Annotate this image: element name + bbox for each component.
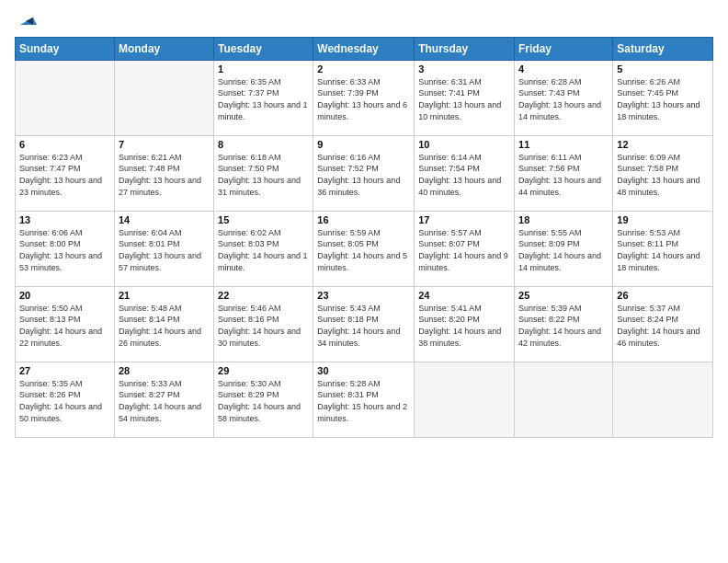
day-info: Sunrise: 5:43 AM Sunset: 8:18 PM Dayligh… [317,303,410,349]
day-info: Sunrise: 5:30 AM Sunset: 8:29 PM Dayligh… [218,378,309,424]
day-cell: 27Sunrise: 5:35 AM Sunset: 8:26 PM Dayli… [16,362,115,437]
day-number: 22 [218,290,309,301]
day-info: Sunrise: 6:18 AM Sunset: 7:50 PM Dayligh… [218,152,309,198]
day-info: Sunrise: 5:50 AM Sunset: 8:13 PM Dayligh… [19,303,110,349]
day-info: Sunrise: 6:23 AM Sunset: 7:47 PM Dayligh… [19,152,110,198]
logo-icon [17,8,37,29]
day-info: Sunrise: 6:26 AM Sunset: 7:45 PM Dayligh… [617,76,709,122]
day-info: Sunrise: 6:04 AM Sunset: 8:01 PM Dayligh… [119,227,210,273]
day-cell: 10Sunrise: 6:14 AM Sunset: 7:54 PM Dayli… [415,135,515,211]
day-cell: 20Sunrise: 5:50 AM Sunset: 8:13 PM Dayli… [16,286,115,362]
day-number: 24 [418,290,510,301]
day-number: 21 [119,290,210,301]
day-number: 12 [617,139,709,150]
day-info: Sunrise: 6:28 AM Sunset: 7:43 PM Dayligh… [518,76,609,122]
day-info: Sunrise: 5:48 AM Sunset: 8:14 PM Dayligh… [119,303,210,349]
page: SundayMondayTuesdayWednesdayThursdayFrid… [0,0,728,563]
col-header-monday: Monday [114,37,213,60]
day-cell: 23Sunrise: 5:43 AM Sunset: 8:18 PM Dayli… [313,286,415,362]
day-number: 15 [218,214,309,225]
day-cell: 29Sunrise: 5:30 AM Sunset: 8:29 PM Dayli… [214,362,313,437]
day-info: Sunrise: 6:31 AM Sunset: 7:41 PM Dayligh… [418,76,510,122]
day-number: 26 [617,290,709,301]
logo [15,11,37,29]
day-info: Sunrise: 6:16 AM Sunset: 7:52 PM Dayligh… [317,152,410,198]
day-cell: 6Sunrise: 6:23 AM Sunset: 7:47 PM Daylig… [16,135,115,211]
day-cell: 13Sunrise: 6:06 AM Sunset: 8:00 PM Dayli… [16,211,115,286]
day-number: 29 [218,365,309,376]
day-cell: 16Sunrise: 5:59 AM Sunset: 8:05 PM Dayli… [313,211,415,286]
day-cell [515,362,613,437]
day-info: Sunrise: 5:41 AM Sunset: 8:20 PM Dayligh… [418,303,510,349]
day-info: Sunrise: 6:21 AM Sunset: 7:48 PM Dayligh… [119,152,210,198]
col-header-sunday: Sunday [16,37,115,60]
calendar-header-row: SundayMondayTuesdayWednesdayThursdayFrid… [16,37,713,60]
day-info: Sunrise: 6:06 AM Sunset: 8:00 PM Dayligh… [19,227,110,273]
day-number: 9 [317,139,410,150]
day-number: 2 [317,63,410,75]
day-cell: 5Sunrise: 6:26 AM Sunset: 7:45 PM Daylig… [613,60,713,135]
week-row-4: 20Sunrise: 5:50 AM Sunset: 8:13 PM Dayli… [16,286,713,362]
day-number: 16 [317,214,410,225]
week-row-2: 6Sunrise: 6:23 AM Sunset: 7:47 PM Daylig… [16,135,713,211]
day-cell: 2Sunrise: 6:33 AM Sunset: 7:39 PM Daylig… [313,60,415,135]
day-number: 28 [119,365,210,376]
day-info: Sunrise: 6:14 AM Sunset: 7:54 PM Dayligh… [418,152,510,198]
week-row-1: 1Sunrise: 6:35 AM Sunset: 7:37 PM Daylig… [16,60,713,135]
day-cell: 26Sunrise: 5:37 AM Sunset: 8:24 PM Dayli… [613,286,713,362]
day-cell [16,60,115,135]
day-cell: 28Sunrise: 5:33 AM Sunset: 8:27 PM Dayli… [114,362,213,437]
day-cell: 15Sunrise: 6:02 AM Sunset: 8:03 PM Dayli… [214,211,313,286]
day-cell: 4Sunrise: 6:28 AM Sunset: 7:43 PM Daylig… [515,60,613,135]
day-number: 30 [317,365,410,376]
col-header-tuesday: Tuesday [214,37,313,60]
day-number: 5 [617,63,709,75]
day-number: 20 [19,290,110,301]
day-number: 10 [418,139,510,150]
day-info: Sunrise: 5:37 AM Sunset: 8:24 PM Dayligh… [617,303,709,349]
day-number: 14 [119,214,210,225]
day-number: 19 [617,214,709,225]
col-header-friday: Friday [515,37,613,60]
day-info: Sunrise: 6:35 AM Sunset: 7:37 PM Dayligh… [218,76,309,122]
day-info: Sunrise: 5:33 AM Sunset: 8:27 PM Dayligh… [119,378,210,424]
day-number: 11 [518,139,609,150]
day-cell: 14Sunrise: 6:04 AM Sunset: 8:01 PM Dayli… [114,211,213,286]
day-info: Sunrise: 5:57 AM Sunset: 8:07 PM Dayligh… [418,227,510,273]
day-cell [114,60,213,135]
day-cell: 30Sunrise: 5:28 AM Sunset: 8:31 PM Dayli… [313,362,415,437]
day-cell: 25Sunrise: 5:39 AM Sunset: 8:22 PM Dayli… [515,286,613,362]
day-number: 18 [518,214,609,225]
day-info: Sunrise: 5:55 AM Sunset: 8:09 PM Dayligh… [518,227,609,273]
day-number: 6 [19,139,110,150]
col-header-saturday: Saturday [613,37,713,60]
col-header-wednesday: Wednesday [313,37,415,60]
day-info: Sunrise: 5:46 AM Sunset: 8:16 PM Dayligh… [218,303,309,349]
day-number: 7 [119,139,210,150]
day-info: Sunrise: 5:35 AM Sunset: 8:26 PM Dayligh… [19,378,110,424]
day-cell: 19Sunrise: 5:53 AM Sunset: 8:11 PM Dayli… [613,211,713,286]
day-cell: 24Sunrise: 5:41 AM Sunset: 8:20 PM Dayli… [415,286,515,362]
header [15,11,713,29]
day-cell: 8Sunrise: 6:18 AM Sunset: 7:50 PM Daylig… [214,135,313,211]
day-number: 25 [518,290,609,301]
day-cell: 18Sunrise: 5:55 AM Sunset: 8:09 PM Dayli… [515,211,613,286]
day-info: Sunrise: 6:11 AM Sunset: 7:56 PM Dayligh… [518,152,609,198]
col-header-thursday: Thursday [415,37,515,60]
day-number: 1 [218,63,309,75]
day-cell [613,362,713,437]
day-cell: 17Sunrise: 5:57 AM Sunset: 8:07 PM Dayli… [415,211,515,286]
day-info: Sunrise: 5:39 AM Sunset: 8:22 PM Dayligh… [518,303,609,349]
day-cell: 7Sunrise: 6:21 AM Sunset: 7:48 PM Daylig… [114,135,213,211]
day-number: 8 [218,139,309,150]
day-info: Sunrise: 5:59 AM Sunset: 8:05 PM Dayligh… [317,227,410,273]
day-number: 3 [418,63,510,75]
day-cell: 3Sunrise: 6:31 AM Sunset: 7:41 PM Daylig… [415,60,515,135]
week-row-5: 27Sunrise: 5:35 AM Sunset: 8:26 PM Dayli… [16,362,713,437]
day-cell: 11Sunrise: 6:11 AM Sunset: 7:56 PM Dayli… [515,135,613,211]
day-cell: 22Sunrise: 5:46 AM Sunset: 8:16 PM Dayli… [214,286,313,362]
day-number: 23 [317,290,410,301]
day-cell [415,362,515,437]
day-number: 4 [518,63,609,75]
day-cell: 9Sunrise: 6:16 AM Sunset: 7:52 PM Daylig… [313,135,415,211]
